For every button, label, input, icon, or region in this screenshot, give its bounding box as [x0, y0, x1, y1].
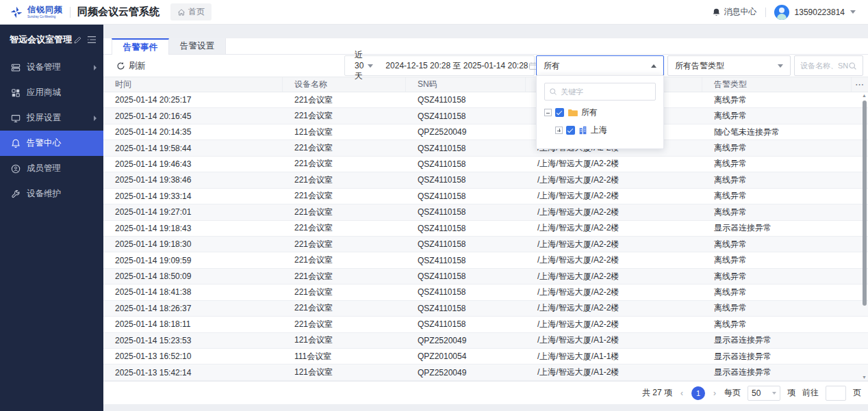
table-cell: 离线异常	[702, 204, 868, 220]
column-header-sn[interactable]: SN码	[406, 77, 526, 92]
column-header-device-name[interactable]: 设备名称	[283, 77, 406, 92]
tree-node-label: 所有	[581, 107, 598, 118]
table-row[interactable]: 2025-01-14 18:18:11221会议室QSZ4110158/上海/智…	[103, 317, 868, 332]
table-row[interactable]: 2025-01-14 19:09:59221会议室QSZ4110158/上海/智…	[103, 252, 868, 268]
next-page-button[interactable]: ›	[712, 388, 717, 398]
table-row[interactable]: 2025-01-13 15:42:14121会议室QPZ2520049/上海/智…	[103, 364, 868, 380]
search-icon[interactable]	[848, 62, 857, 70]
column-settings-button[interactable]: ⋯	[852, 77, 868, 92]
tree-node-all[interactable]: 所有	[544, 107, 656, 118]
table-cell: QSZ4110158	[406, 204, 526, 220]
table-row[interactable]: 2025-01-14 19:33:14221会议室QSZ4110158/上海/智…	[103, 189, 868, 204]
table-row[interactable]: 2025-01-14 20:16:45221会议室QSZ4110158/上海/智…	[103, 108, 868, 124]
table-row[interactable]: 2025-01-14 19:38:46221会议室QSZ4110158/上海/智…	[103, 172, 868, 188]
logo-text: 信锐同频	[27, 5, 63, 14]
range-preset-value: 近30天	[355, 49, 363, 82]
logo: 信锐同频 Sundray Co-Meeting	[10, 5, 70, 19]
user-menu-caret-icon[interactable]	[850, 10, 856, 14]
refresh-label: 刷新	[129, 60, 146, 72]
table-cell: QSZ4110158	[406, 269, 526, 284]
user-phone: 13590223814	[795, 8, 845, 17]
table-cell: 离线异常	[702, 301, 868, 316]
table-scrollbar[interactable]: ▲ ▼	[861, 92, 867, 380]
scrollbar-thumb[interactable]	[863, 101, 867, 306]
table-cell: QSZ4110158	[406, 108, 526, 123]
table-cell: 221会议室	[283, 301, 406, 316]
table-cell: 2025-01-14 18:41:38	[103, 284, 283, 300]
tab-alert-settings[interactable]: 告警设置	[169, 38, 226, 54]
table-cell: 离线异常	[702, 269, 868, 284]
table-cell: 221会议室	[283, 237, 406, 252]
table-row[interactable]: 2025-01-14 15:23:53121会议室QPZ2520049/上海/智…	[103, 333, 868, 349]
refresh-button[interactable]: 刷新	[116, 60, 146, 72]
table-cell: 2025-01-14 19:33:14	[103, 189, 283, 204]
sidebar-item-device-maintenance[interactable]: 设备维护	[0, 181, 103, 207]
current-page-button[interactable]: 1	[691, 386, 705, 400]
table-cell: QSZ4110158	[406, 189, 526, 204]
member-icon	[11, 164, 21, 174]
sidebar-item-device-management[interactable]: 设备管理	[0, 55, 103, 80]
bell-icon	[712, 8, 721, 17]
sidebar-item-casting-settings[interactable]: 投屏设置	[0, 105, 103, 131]
table-cell: 221会议室	[283, 172, 406, 187]
scroll-up-icon[interactable]: ▲	[861, 92, 867, 98]
tree-node-shanghai[interactable]: 上海	[555, 124, 656, 136]
collapse-icon[interactable]	[544, 109, 552, 116]
sidebar-item-app-store[interactable]: 应用商城	[0, 80, 103, 105]
table-row[interactable]: 2025-01-14 18:41:38221会议室QSZ4110158/上海/智…	[103, 284, 868, 300]
sidebar-item-label: 告警中心	[27, 137, 97, 149]
table-row[interactable]: 2025-01-14 19:46:43221会议室QSZ4110158/上海/智…	[103, 157, 868, 172]
table-row[interactable]: 2025-01-14 18:26:37221会议室QSZ4110158/上海/智…	[103, 301, 868, 317]
table-cell: 2025-01-14 19:27:01	[103, 204, 283, 220]
content-card: 告警事件 告警设置 刷新 近30天 2024-12-15	[103, 38, 868, 404]
message-center-button[interactable]: 消息中心	[712, 6, 757, 18]
sidebar-item-alert-center[interactable]: 告警中心	[0, 131, 103, 156]
per-page-select[interactable]: 50	[748, 386, 780, 401]
sidebar-item-label: 设备管理	[27, 62, 94, 73]
table-cell: /上海/智远大厦/A2-2楼	[526, 204, 702, 220]
table-row[interactable]: 2025-01-14 19:18:30221会议室QSZ4110158/上海/智…	[103, 237, 868, 252]
checkbox-checked-icon[interactable]	[555, 108, 564, 117]
search-icon	[549, 88, 557, 96]
table-cell: QSZ4110158	[406, 237, 526, 252]
sidebar-item-label: 设备维护	[27, 188, 97, 200]
goto-page-input[interactable]	[826, 386, 846, 401]
group-filter-select[interactable]: 所有	[536, 55, 664, 76]
breadcrumb-home[interactable]: 首页	[170, 3, 212, 21]
chevron-down-icon	[772, 392, 776, 395]
menu-fold-icon[interactable]	[87, 36, 97, 44]
prev-page-button[interactable]: ‹	[679, 388, 685, 398]
table-cell: 2025-01-14 20:16:45	[103, 108, 283, 123]
breadcrumb-home-label: 首页	[188, 6, 205, 18]
bell-icon	[11, 139, 21, 148]
date-range-value[interactable]: 2024-12-15 20:28 至 2025-01-14 20:28	[385, 60, 528, 72]
table-row[interactable]: 2025-01-14 19:27:01221会议室QSZ4110158/上海/智…	[103, 204, 868, 220]
table-cell: 111会议室	[283, 349, 406, 364]
table-row[interactable]: 2025-01-14 19:58:44221会议室QSZ4110158/上海/智…	[103, 140, 868, 156]
column-header-time[interactable]: 时间	[103, 77, 283, 92]
alarm-type-select[interactable]: 所有告警类型	[667, 55, 791, 76]
range-preset-select[interactable]: 近30天	[345, 49, 380, 82]
checkbox-checked-icon[interactable]	[566, 126, 575, 135]
table-cell: QPZ2520049	[406, 124, 526, 140]
display-icon	[11, 114, 21, 123]
scroll-down-icon[interactable]: ▼	[861, 374, 867, 380]
table-cell: 离线异常	[702, 237, 868, 252]
table-row[interactable]: 2025-01-14 18:50:09221会议室QSZ4110158/上海/智…	[103, 269, 868, 284]
table-row[interactable]: 2025-01-14 20:14:35121会议室QPZ2520049/上海/智…	[103, 124, 868, 140]
tab-label: 告警设置	[180, 40, 214, 52]
table-row[interactable]: 2025-01-13 16:52:10111会议室QPZ2010054/上海/智…	[103, 349, 868, 364]
table-row[interactable]: 2025-01-14 19:18:43221会议室QSZ4110158/上海/智…	[103, 221, 868, 237]
expand-icon[interactable]	[555, 127, 563, 134]
table-cell: /上海/智远大厦/A2-2楼	[526, 269, 702, 284]
sidebar-item-member-management[interactable]: 成员管理	[0, 156, 103, 181]
device-search-input[interactable]	[800, 62, 848, 70]
edit-icon[interactable]	[73, 36, 82, 44]
goto-label: 前往	[802, 387, 819, 399]
column-header-alarm-type[interactable]: 告警类型	[702, 77, 852, 92]
tab-alert-events[interactable]: 告警事件	[112, 38, 169, 55]
table-row[interactable]: 2025-01-14 20:25:17221会议室QSZ4110158/上海/智…	[103, 92, 868, 108]
tree-search-input[interactable]	[561, 88, 643, 96]
total-count: 共 27 项	[642, 387, 672, 399]
avatar[interactable]	[774, 5, 789, 20]
